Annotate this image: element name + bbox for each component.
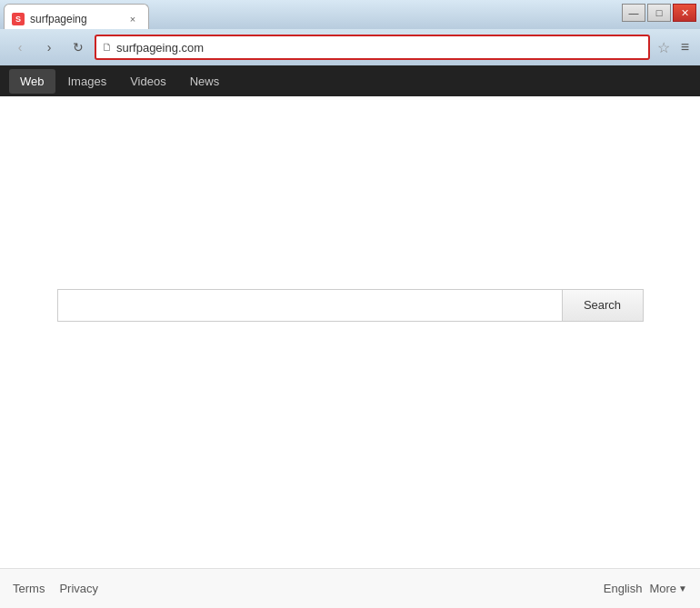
minimize-button[interactable]: — [622,4,645,22]
title-bar: S surfpageing × — □ ✕ [0,0,700,29]
footer: Terms Privacy English More ▼ [0,568,700,608]
terms-link[interactable]: Terms [13,582,45,595]
navigation-bar: ‹ › ↻ 🗋 ☆ ≡ [0,29,700,65]
tab-news[interactable]: News [179,69,231,94]
search-section: Search [57,289,644,322]
maximize-button[interactable]: □ [647,4,671,22]
more-button[interactable]: More ▼ [649,582,687,595]
browser-window: S surfpageing × — □ ✕ ‹ › ↻ 🗋 ☆ ≡ Web Im… [0,0,700,608]
back-button[interactable]: ‹ [7,35,33,60]
bookmark-icon[interactable]: ☆ [654,35,674,60]
close-button[interactable]: ✕ [673,4,696,22]
browser-nav-tabs-bar: Web Images Videos News [0,65,700,96]
tab-close-button[interactable]: × [126,13,139,25]
tab-web[interactable]: Web [9,69,55,94]
window-controls: — □ ✕ [622,4,696,22]
address-input[interactable] [116,41,643,55]
title-bar-left: S surfpageing × [4,0,696,29]
menu-icon[interactable]: ≡ [677,35,693,59]
forward-button[interactable]: › [36,35,62,60]
nav-right-buttons: ☆ ≡ [654,35,693,60]
main-content-area: Search [0,96,700,568]
privacy-link[interactable]: Privacy [59,582,98,595]
address-favicon-icon: 🗋 [102,41,113,54]
tab-videos[interactable]: Videos [119,69,177,94]
tab-title: surfpageing [30,13,121,25]
browser-tab-surfpageing[interactable]: S surfpageing × [4,4,149,29]
address-bar-container[interactable]: 🗋 [95,35,650,60]
search-input[interactable] [57,289,562,322]
chevron-down-icon: ▼ [678,583,687,593]
footer-left-links: Terms Privacy [13,582,98,595]
footer-right: English More ▼ [604,582,687,595]
refresh-button[interactable]: ↻ [65,35,91,60]
search-button[interactable]: Search [562,289,644,322]
tab-favicon: S [12,13,25,25]
tab-images[interactable]: Images [57,69,118,94]
language-label: English [604,582,643,595]
